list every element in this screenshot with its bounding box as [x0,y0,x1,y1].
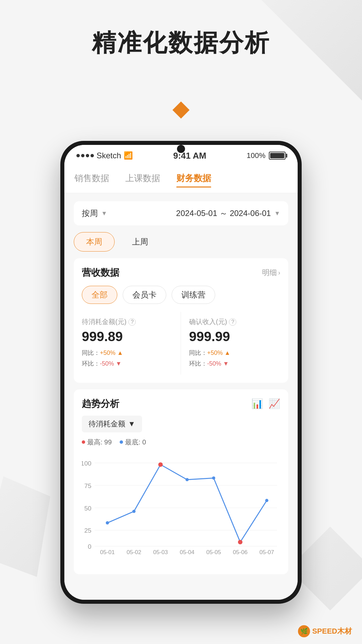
data-point-4 [185,478,189,481]
carrier-name: Sketch [97,151,121,160]
confirmed-mom-value: -50% [207,360,221,367]
stats-grid: 待消耗金额(元) ? 999.89 同比：+50% ▲ 环比：-50% ▼ [82,312,280,375]
pending-mom-label: 环比： [82,360,100,367]
confirmed-compare: 同比：+50% ▲ 环比：-50% ▼ [189,347,280,369]
legend-max-dot [82,440,85,444]
app-content: 销售数据 上课数据 财务数据 按周 ▼ 2024-05-01 ～ 2024-06… [64,166,298,600]
confirmed-mom-label: 环比： [189,360,207,367]
confirmed-yoy-label: 同比： [189,350,207,356]
confirmed-info-icon: ? [229,318,236,326]
y-label-0: 0 [88,543,92,550]
status-left: Sketch 📶 [76,151,133,160]
revenue-header: 营收数据 明细 › [82,266,280,279]
data-point-2 [132,510,136,513]
pending-mom-arrow: ▼ [116,360,122,367]
pill-membership[interactable]: 会员卡 [123,286,166,304]
battery-bar [269,152,286,160]
confirmed-yoy-arrow: ▲ [225,350,231,356]
x-label-2: 05-02 [127,549,141,555]
y-label-50: 50 [84,504,91,512]
previous-week-button[interactable]: 上周 [120,232,160,252]
tab-bar: 销售数据 上课数据 财务数据 [64,166,298,193]
x-label-6: 05-06 [233,549,248,555]
metric-chevron-icon: ▼ [128,420,135,428]
detail-chevron-icon: › [278,269,280,276]
current-week-button[interactable]: 本周 [74,232,115,252]
signal-dot-1 [76,154,80,157]
data-point-1 [106,521,109,525]
y-label-25: 25 [84,527,91,534]
pending-compare: 同比：+50% ▲ 环比：-50% ▼ [82,347,173,369]
revenue-title: 营收数据 [82,266,119,279]
y-label-75: 75 [84,482,91,489]
bg-decoration-bottom-left [0,476,50,577]
tab-sales[interactable]: 销售数据 [74,172,109,187]
pill-all[interactable]: 全部 [82,286,117,304]
data-point-max [158,462,163,467]
y-label-100: 100 [82,460,92,467]
confirmed-stat: 确认收入(元) ? 999.99 同比：+50% ▲ 环比：-50% ▼ [181,312,280,375]
pending-label: 待消耗金额(元) ? [82,317,173,326]
revenue-card: 营收数据 明细 › 全部 会员卡 训练营 [74,258,288,383]
legend-min: 最底: 0 [120,438,146,447]
bar-chart-icon[interactable]: 📊 [251,398,263,409]
legend-min-label: 最底: 0 [125,438,146,447]
signal-dot-4 [90,154,94,157]
pending-info-icon: ? [128,318,136,326]
signal-dot-3 [86,154,89,157]
orange-diamond-decoration [173,102,190,119]
phone-mockup: Sketch 📶 9:41 AM 100% 销售数据 上课数据 财务数据 [60,141,302,604]
metric-selector[interactable]: 待消耗金额 ▼ [82,416,142,432]
phone-notch [177,145,185,153]
legend-max-label: 最高: 99 [87,438,112,447]
line-chart-icon[interactable]: 📈 [268,398,280,409]
date-range: 2024-05-01 ～ 2024-06-01 [176,208,271,219]
status-right: 100% [247,151,286,160]
phone-screen: Sketch 📶 9:41 AM 100% 销售数据 上课数据 财务数据 [64,145,298,600]
trend-section: 趋势分析 📊 📈 待消耗金额 ▼ [74,389,288,574]
period-label: 按周 [82,208,98,219]
week-toggle: 本周 上周 [74,232,288,252]
metric-label: 待消耗金额 [88,419,125,429]
trend-header: 趋势分析 📊 📈 [82,397,280,410]
signal-dot-2 [81,154,84,157]
pending-yoy-label: 同比： [82,350,100,356]
pending-stat: 待消耗金额(元) ? 999.89 同比：+50% ▲ 环比：-50% ▼ [82,312,181,375]
chart-container: 100 75 50 25 0 [82,451,280,566]
x-label-5: 05-05 [206,549,221,555]
watermark: 🌿 SPEED木材 [298,625,352,637]
pending-mom-value: -50% [100,360,114,367]
tab-finance[interactable]: 财务数据 [176,172,211,187]
legend-min-dot [120,440,123,444]
legend-max: 最高: 99 [82,438,112,447]
date-chevron-icon: ▼ [274,210,280,217]
pill-camp[interactable]: 训练营 [172,286,215,304]
x-label-7: 05-07 [259,549,274,555]
data-point-5 [212,476,216,480]
confirmed-label: 确认收入(元) ? [189,317,280,326]
trend-title: 趋势分析 [82,397,119,410]
data-point-min [238,540,242,544]
pending-yoy-value: +50% [100,350,116,356]
category-pills: 全部 会员卡 训练营 [82,286,280,304]
pending-yoy-arrow: ▲ [117,350,123,356]
period-chevron-icon: ▼ [101,210,107,217]
signal-dots [76,154,94,157]
chart-legend: 最高: 99 最底: 0 [82,438,280,447]
detail-link[interactable]: 明细 › [262,268,280,278]
chart-type-icons: 📊 📈 [251,398,280,409]
confirmed-mom-arrow: ▼ [223,360,229,367]
x-label-1: 05-01 [100,549,115,555]
page-title: 精准化数据分析 [0,27,362,59]
data-point-7 [265,499,268,502]
filter-period[interactable]: 按周 ▼ [82,208,107,219]
x-label-3: 05-03 [153,549,168,555]
x-label-4: 05-04 [180,549,194,555]
tab-class[interactable]: 上课数据 [125,172,160,187]
confirmed-value: 999.99 [189,329,280,344]
filter-date[interactable]: 2024-05-01 ～ 2024-06-01 ▼ [176,208,280,219]
line-chart-path [107,465,267,542]
pending-value: 999.89 [82,329,173,344]
detail-label: 明细 [262,268,277,278]
scroll-content: 按周 ▼ 2024-05-01 ～ 2024-06-01 ▼ 本周 上周 [64,193,298,600]
